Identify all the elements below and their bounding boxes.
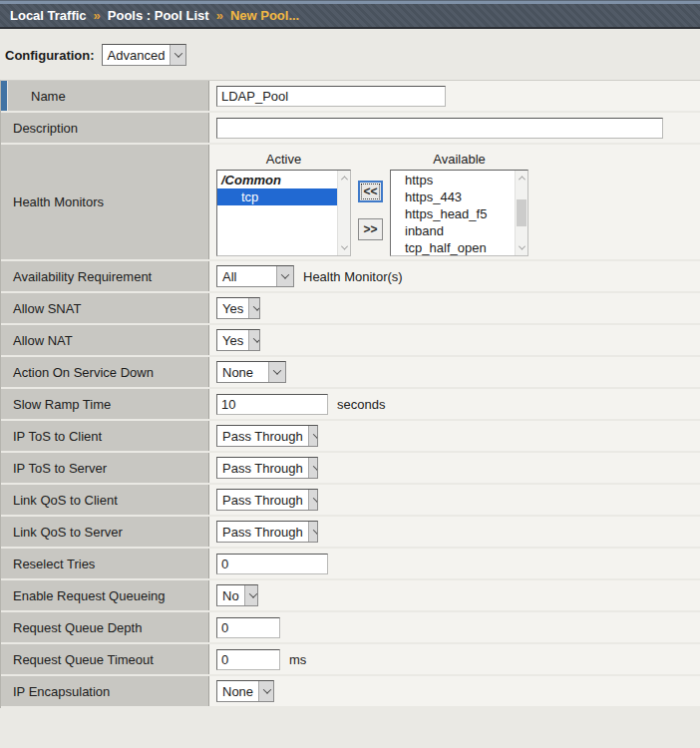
row-request-queue-depth: Request Queue Depth: [1, 612, 700, 644]
available-monitors-listbox[interactable]: https https_443 https_head_f5 inband tcp…: [390, 170, 528, 256]
enable-request-queueing-label: Enable Request Queueing: [1, 580, 208, 610]
action-on-service-down-value: None: [217, 365, 268, 380]
allow-snat-value: Yes: [217, 301, 248, 316]
link-qos-to-client-label: Link QoS to Client: [1, 485, 208, 515]
row-health-monitors: Health Monitors Active /Common tcp: [1, 145, 700, 261]
breadcrumb-new-pool: New Pool...: [230, 8, 299, 23]
ip-tos-to-client-select[interactable]: Pass Through: [216, 425, 318, 447]
row-action-on-service-down: Action On Service Down None: [1, 357, 700, 389]
row-allow-nat: Allow NAT Yes: [1, 325, 700, 357]
available-monitors-items: https https_443 https_head_f5 inband tcp…: [391, 172, 515, 255]
row-reselect-tries: Reselect Tries: [1, 549, 700, 580]
available-list-scrollbar[interactable]: [515, 171, 527, 255]
row-enable-request-queueing: Enable Request Queueing No: [1, 580, 700, 612]
ip-tos-to-client-value: Pass Through: [217, 429, 308, 444]
health-monitors-suffix: Health Monitor(s): [303, 269, 403, 284]
chevron-down-icon: [308, 522, 318, 542]
list-item-tcp[interactable]: tcp: [217, 188, 337, 205]
breadcrumb: Local Traffic » Pools : Pool List » New …: [0, 0, 700, 29]
chevron-down-icon: [268, 362, 285, 382]
reselect-tries-label: Reselect Tries: [1, 549, 208, 578]
row-link-qos-to-client: Link QoS to Client Pass Through: [1, 485, 700, 517]
allow-nat-select[interactable]: Yes: [216, 329, 260, 351]
reselect-tries-input[interactable]: [216, 554, 328, 574]
chevron-down-icon: [308, 458, 318, 478]
request-queue-timeout-input[interactable]: [216, 649, 280, 670]
ip-tos-to-server-value: Pass Through: [217, 461, 308, 476]
action-on-service-down-select[interactable]: None: [216, 361, 286, 383]
configuration-select[interactable]: Advanced: [102, 44, 186, 66]
list-item-https-443[interactable]: https_443: [391, 188, 515, 205]
request-queue-depth-label: Request Queue Depth: [1, 612, 208, 642]
row-allow-snat: Allow SNAT Yes: [1, 293, 700, 325]
enable-request-queueing-select[interactable]: No: [216, 584, 258, 606]
allow-nat-label: Allow NAT: [1, 325, 208, 355]
breadcrumb-local-traffic[interactable]: Local Traffic: [10, 8, 87, 23]
row-request-queue-timeout: Request Queue Timeout ms: [1, 644, 700, 676]
request-queue-depth-input[interactable]: [216, 617, 280, 638]
name-input[interactable]: [216, 86, 446, 107]
list-item-https[interactable]: https: [391, 172, 515, 188]
description-input[interactable]: [216, 118, 663, 139]
list-item-https-head-f5[interactable]: https_head_f5: [391, 205, 515, 222]
availability-requirement-value: All: [217, 269, 276, 284]
available-list-header: Available: [390, 150, 528, 170]
row-ip-tos-to-client: IP ToS to Client Pass Through: [1, 421, 700, 453]
description-label: Description: [1, 113, 208, 143]
ip-tos-to-client-label: IP ToS to Client: [1, 421, 208, 451]
chevron-down-icon: [244, 585, 258, 605]
new-pool-page: Local Traffic » Pools : Pool List » New …: [0, 0, 700, 748]
row-description: Description: [1, 113, 700, 145]
move-right-button[interactable]: >>: [358, 218, 383, 240]
row-ip-tos-to-server: IP ToS to Server Pass Through: [1, 453, 700, 485]
ip-tos-to-server-label: IP ToS to Server: [1, 453, 208, 483]
list-item-tcp-half-open[interactable]: tcp_half_open: [391, 239, 515, 255]
link-qos-to-server-label: Link QoS to Server: [1, 517, 208, 547]
availability-requirement-select[interactable]: All: [216, 265, 294, 287]
active-monitors-items: /Common tcp: [217, 172, 337, 255]
list-item-inband[interactable]: inband: [391, 222, 515, 239]
chevron-down-icon: [248, 298, 260, 318]
scroll-up-icon[interactable]: [516, 172, 527, 185]
allow-nat-value: Yes: [217, 333, 248, 348]
seconds-suffix: seconds: [337, 397, 385, 412]
chevron-down-icon: [308, 490, 318, 510]
configuration-select-value: Advanced: [103, 48, 171, 63]
configuration-label: Configuration:: [5, 48, 95, 63]
configuration-line: Configuration: Advanced: [5, 44, 700, 66]
allow-snat-label: Allow SNAT: [1, 293, 208, 323]
enable-request-queueing-value: No: [217, 588, 244, 603]
slow-ramp-time-label: Slow Ramp Time: [1, 389, 208, 419]
chevron-down-icon: [308, 426, 318, 446]
scrollbar-thumb[interactable]: [517, 199, 526, 226]
scroll-down-icon[interactable]: [338, 241, 350, 254]
action-on-service-down-label: Action On Service Down: [1, 357, 208, 387]
ip-encapsulation-select[interactable]: None: [216, 680, 274, 702]
monitor-move-buttons: << >>: [358, 164, 383, 256]
allow-snat-select[interactable]: Yes: [216, 297, 260, 319]
chevron-down-icon: [170, 45, 185, 65]
row-availability-requirement: Availability Requirement All Health Moni…: [1, 261, 700, 293]
active-monitors-listbox[interactable]: /Common tcp: [216, 170, 351, 256]
link-qos-to-client-select[interactable]: Pass Through: [216, 489, 318, 511]
breadcrumb-separator-icon: »: [216, 8, 223, 23]
ip-tos-to-server-select[interactable]: Pass Through: [216, 457, 318, 479]
scroll-down-icon[interactable]: [516, 241, 527, 254]
scroll-up-icon[interactable]: [338, 172, 350, 185]
availability-requirement-label: Availability Requirement: [1, 261, 208, 291]
health-monitors-label: Health Monitors: [1, 145, 208, 259]
breadcrumb-pools-pool-list[interactable]: Pools : Pool List: [108, 8, 209, 23]
breadcrumb-separator-icon: »: [94, 8, 101, 23]
chevron-down-icon: [276, 266, 293, 286]
move-left-button[interactable]: <<: [358, 181, 383, 202]
row-ip-encapsulation: IP Encapsulation None: [1, 676, 700, 708]
row-link-qos-to-server: Link QoS to Server Pass Through: [1, 517, 700, 549]
request-queue-timeout-label: Request Queue Timeout: [1, 644, 208, 674]
chevron-down-icon: [248, 330, 260, 350]
active-list-scrollbar[interactable]: [337, 171, 350, 255]
list-item-partition: /Common: [217, 172, 337, 188]
slow-ramp-time-input[interactable]: [216, 394, 328, 415]
breadcrumb-bar: Local Traffic » Pools : Pool List » New …: [0, 4, 700, 29]
ip-encapsulation-label: IP Encapsulation: [1, 676, 208, 706]
link-qos-to-server-select[interactable]: Pass Through: [216, 521, 318, 543]
